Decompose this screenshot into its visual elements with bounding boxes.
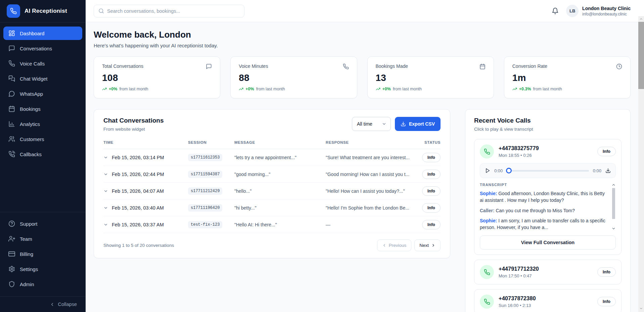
transcript-line: Sophie: Good afternoon, London Beauty Cl… xyxy=(480,190,608,204)
export-csv-button[interactable]: Export CSV xyxy=(395,117,441,131)
cell-time: Feb 15, 2026, 03:40 AM xyxy=(112,205,164,211)
sidebar-item-label: Billing xyxy=(20,251,33,257)
sidebar-item-settings[interactable]: Settings xyxy=(3,262,82,276)
sidebar-footer: Support Team Billing Settings Admin xyxy=(0,212,86,293)
export-csv-label: Export CSV xyxy=(409,121,435,127)
transcript: TRANSCRIPT Sophie: Good afternoon, Londo… xyxy=(480,183,616,231)
bar-chart-icon xyxy=(8,121,15,127)
message-square-icon xyxy=(8,45,15,52)
cell-response: — xyxy=(326,222,414,227)
info-button[interactable]: Info xyxy=(422,203,441,213)
collapse-button[interactable]: Collapse xyxy=(0,296,86,312)
user-menu[interactable]: LB London Beauty Clinic info@londonbeaut… xyxy=(566,5,631,17)
sidebar-item-bookings[interactable]: Bookings xyxy=(3,102,82,116)
download-button[interactable] xyxy=(605,168,611,173)
table-row[interactable]: Feb 15, 2026, 03:40 AM s17711196420 "hi … xyxy=(103,199,441,216)
scroll-down-icon[interactable] xyxy=(611,226,616,231)
notification-bell-button[interactable] xyxy=(552,7,559,14)
call-meta: Sun 16:00 • 2:13 xyxy=(499,303,536,308)
scroll-down-icon[interactable] xyxy=(639,307,643,310)
clock-icon xyxy=(616,63,622,70)
sidebar-item-chat-widget[interactable]: Chat Widget xyxy=(3,72,82,85)
call-number: +447383275779 xyxy=(499,145,539,151)
phone-icon xyxy=(484,148,490,155)
voice-call-item[interactable]: +40737872380 Sun 16:00 • 2:13 Info xyxy=(474,289,622,312)
sidebar-item-callbacks[interactable]: Callbacks xyxy=(3,147,82,161)
call-avatar xyxy=(480,144,494,159)
sidebar-item-conversations[interactable]: Conversations xyxy=(3,42,82,55)
sidebar-item-billing[interactable]: Billing xyxy=(3,247,82,261)
cell-message: "lets try a new appointment..." xyxy=(234,155,326,160)
call-number: +40737872380 xyxy=(499,295,536,302)
cell-response: "Sure! What treatment are you interest..… xyxy=(326,155,414,160)
transcript-scrollbar[interactable] xyxy=(611,183,616,231)
sidebar-item-team[interactable]: Team xyxy=(3,232,82,246)
table-row[interactable]: Feb 15, 2026, 03:14 PM s17711612353 "let… xyxy=(103,149,441,166)
previous-page-button[interactable]: Previous xyxy=(377,239,412,251)
sidebar-nav: Dashboard Conversations Voice Calls Chat… xyxy=(0,23,86,161)
table-row[interactable]: Feb 15, 2026, 04:07 AM s17711212429 "hel… xyxy=(103,183,441,199)
search-input[interactable] xyxy=(107,8,240,14)
stat-card-total-conversations: Total Conversations 108 +0%from last mon… xyxy=(94,56,220,98)
column-header-status: STATUS xyxy=(414,140,441,144)
stat-label: Total Conversations xyxy=(102,63,143,69)
cell-response: "Good morning! How can I assist you t... xyxy=(326,172,414,177)
sidebar-item-voice-calls[interactable]: Voice Calls xyxy=(3,57,82,70)
info-button[interactable]: Info xyxy=(597,147,616,156)
info-button[interactable]: Info xyxy=(422,170,441,179)
stat-label: Conversion Rate xyxy=(512,63,547,69)
sidebar-item-label: Admin xyxy=(20,281,34,287)
stat-card-bookings-made: Bookings Made 13 +0%from last month xyxy=(367,56,494,98)
stat-trend-suffix: from last month xyxy=(119,87,148,91)
chevron-down-icon[interactable] xyxy=(103,172,108,177)
calendar-icon xyxy=(479,63,486,70)
info-button[interactable]: Info xyxy=(422,153,441,162)
sidebar-item-analytics[interactable]: Analytics xyxy=(3,117,82,131)
next-page-button[interactable]: Next xyxy=(414,239,441,251)
sidebar-item-support[interactable]: Support xyxy=(3,217,82,230)
chevron-down-icon[interactable] xyxy=(103,189,108,193)
info-button[interactable]: Info xyxy=(422,186,441,196)
scroll-up-icon[interactable] xyxy=(611,183,616,187)
table-row[interactable]: Feb 15, 2026, 02:44 PM s17711594387 "goo… xyxy=(103,166,441,183)
user-email: info@londonbeauty.clinic xyxy=(582,12,631,16)
info-button[interactable]: Info xyxy=(597,267,616,277)
voice-call-item-expanded[interactable]: +447383275779 Mon 18:55 • 0:26 Info 0:00… xyxy=(474,139,622,255)
topbar: LB London Beauty Clinic info@londonbeaut… xyxy=(86,0,644,22)
stat-trend-suffix: from last month xyxy=(256,87,285,91)
sidebar-item-customers[interactable]: Customers xyxy=(3,132,82,146)
transcript-scrollbar-thumb[interactable] xyxy=(612,188,615,219)
search-box[interactable] xyxy=(94,5,244,17)
window-scrollbar[interactable] xyxy=(638,16,644,312)
info-button[interactable]: Info xyxy=(597,297,616,306)
chevron-down-icon[interactable] xyxy=(103,206,108,210)
cell-time: Feb 15, 2026, 02:44 PM xyxy=(112,172,164,177)
stat-trend-value: +0% xyxy=(245,87,254,91)
view-full-conversation-button[interactable]: View Full Conversation xyxy=(480,235,616,250)
window-scrollbar-thumb[interactable] xyxy=(638,22,644,89)
stat-value: 1m xyxy=(512,73,622,83)
sidebar-item-whatsapp[interactable]: WhatsApp xyxy=(3,87,82,100)
player-total-time: 0:00 xyxy=(593,168,601,173)
sidebar-item-label: Bookings xyxy=(20,106,41,112)
time-filter-select[interactable]: All time xyxy=(352,117,391,131)
chevron-left-icon xyxy=(382,243,386,248)
app-title: AI Receptionist xyxy=(25,8,67,14)
chevron-down-icon[interactable] xyxy=(103,222,108,227)
slider-thumb[interactable] xyxy=(506,168,512,174)
stat-label: Voice Minutes xyxy=(239,63,268,69)
chevron-down-icon[interactable] xyxy=(103,155,108,160)
stat-label: Bookings Made xyxy=(376,63,408,69)
session-badge: s17711612353 xyxy=(188,154,222,161)
transcript-label: TRANSCRIPT xyxy=(480,183,608,187)
play-button[interactable] xyxy=(485,168,490,173)
dashboard-icon xyxy=(8,30,15,37)
cell-response: "Hello! How can I assist you today?..." xyxy=(326,188,414,194)
sidebar-item-admin[interactable]: Admin xyxy=(3,277,82,291)
voice-call-item[interactable]: +447917712320 Mon 17:50 • 0:47 Info xyxy=(474,260,622,284)
info-button[interactable]: Info xyxy=(422,220,441,229)
seek-slider[interactable] xyxy=(507,170,589,172)
table-row[interactable]: Feb 15, 2026, 03:37 AM test-fix-123 "Hel… xyxy=(103,216,441,233)
sidebar-item-dashboard[interactable]: Dashboard xyxy=(3,27,82,40)
scroll-up-icon[interactable] xyxy=(639,17,643,21)
